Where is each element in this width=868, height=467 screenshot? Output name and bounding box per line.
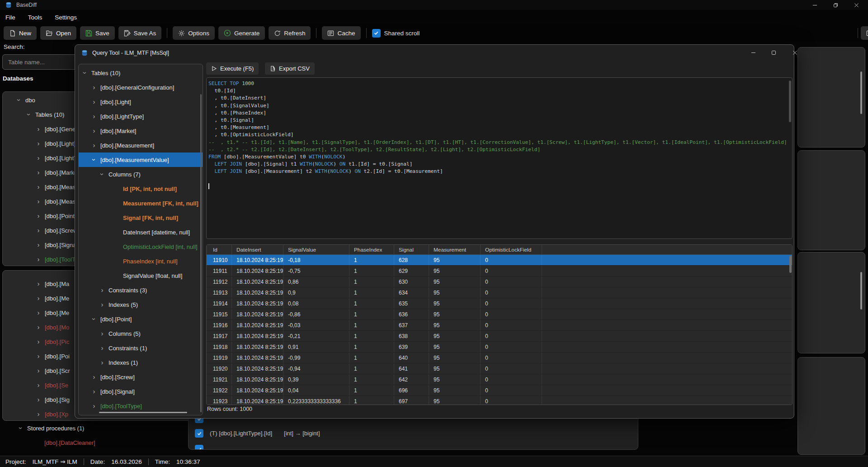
chevron-right-icon[interactable]: ›	[35, 212, 42, 219]
grid-row-11913[interactable]: 1191318.10.2024 8:25:190,91634950	[207, 287, 792, 298]
grid-column-header-id[interactable]: Id	[207, 245, 232, 254]
tree-vertical-scrollbar[interactable]	[200, 94, 202, 412]
grid-column-header-signalvalue[interactable]: SignalValue	[283, 245, 349, 254]
open-button[interactable]: Open	[40, 26, 76, 40]
save-button[interactable]: Save	[80, 26, 115, 40]
schema-node-signal-fk-int-null[interactable]: Signal [FK, int, null]	[79, 210, 203, 225]
chevron-right-icon[interactable]: ›	[35, 338, 42, 345]
schema-node-indexes-1[interactable]: ›Indexes (1)	[79, 355, 203, 370]
schema-node-phaseindex-int-null[interactable]: PhaseIndex [int, null]	[79, 254, 203, 268]
tree-horizontal-scrollbar[interactable]	[99, 412, 187, 413]
chevron-right-icon[interactable]: ›	[99, 301, 106, 308]
schema-node-optimisticlockfield-int-null[interactable]: OptimisticLockField [int, null]	[79, 239, 203, 254]
grid-row-11919[interactable]: 1191918.10.2024 8:25:19-0,991640950	[207, 353, 792, 363]
chevron-right-icon[interactable]: ›	[35, 353, 42, 360]
schema-node-indexes-5[interactable]: ›Indexes (5)	[79, 297, 203, 312]
schema-node-tables-10[interactable]: ›Tables (10)	[79, 66, 203, 80]
sql-editor[interactable]: SELECT TOP 1000 t0.[Id] , t0.[DateInsert…	[206, 77, 793, 239]
schema-node-dbo-screw[interactable]: ›[dbo].[Screw]	[79, 370, 203, 384]
chevron-right-icon[interactable]: ›	[35, 125, 42, 133]
chevron-right-icon[interactable]: ›	[35, 198, 42, 205]
chevron-right-icon[interactable]: ›	[35, 140, 42, 147]
chevron-right-icon[interactable]: ›	[35, 295, 42, 302]
save-as-button[interactable]: Save As	[118, 26, 162, 40]
chevron-right-icon[interactable]: ›	[90, 84, 98, 91]
schema-node-columns-5[interactable]: ›Columns (5)	[79, 326, 203, 341]
query-close-button[interactable]	[786, 47, 804, 58]
chevron-right-icon[interactable]: ›	[35, 381, 42, 389]
chevron-right-icon[interactable]: ›	[35, 280, 42, 287]
type-change-checkbox[interactable]	[195, 429, 203, 438]
chevron-right-icon[interactable]: ›	[35, 324, 42, 331]
chevron-right-icon[interactable]: ›	[35, 396, 42, 403]
chevron-right-icon[interactable]: ›	[35, 227, 42, 234]
menu-settings[interactable]: Settings	[48, 14, 83, 21]
schema-node-dbo-lighttype[interactable]: ›[dbo].[LightType]	[79, 109, 203, 124]
schema-node-columns-7[interactable]: ›Columns (7)	[79, 167, 203, 181]
grid-column-header-phaseindex[interactable]: PhaseIndex	[349, 245, 394, 254]
grid-row-11911[interactable]: 1191118.10.2024 8:25:19-0,751629950	[207, 266, 792, 276]
schema-node-constraints-3[interactable]: ›Constraints (3)	[79, 283, 203, 297]
chevron-right-icon[interactable]: ›	[90, 373, 98, 381]
generate-button[interactable]: Generate	[218, 26, 265, 40]
schema-node-dbo-measurement[interactable]: ›[dbo].[Measurement]	[79, 138, 203, 152]
schema-node-dateinsert-datetime-null[interactable]: DateInsert [datetime, null]	[79, 225, 203, 239]
schema-node-dbo-light[interactable]: ›[dbo].[Light]	[79, 95, 203, 109]
chevron-right-icon[interactable]: ›	[35, 309, 42, 316]
new-button[interactable]: New	[4, 26, 37, 40]
export-csv-button[interactable]: Export CSV	[265, 62, 315, 75]
grid-row-11923[interactable]: 1192318.10.2024 8:25:190,223333333333333…	[207, 396, 792, 405]
schema-node-dbo-market[interactable]: ›[dbo].[Market]	[79, 124, 203, 138]
chevron-down-icon[interactable]: ›	[17, 424, 24, 432]
chevron-right-icon[interactable]: ›	[90, 98, 98, 105]
grid-row-11920[interactable]: 1192018.10.2024 8:25:19-0,941641950	[207, 363, 792, 374]
grid-row-11921[interactable]: 1192118.10.2024 8:25:190,391642950	[207, 374, 792, 385]
chevron-right-icon[interactable]: ›	[99, 359, 106, 366]
chevron-right-icon[interactable]: ›	[90, 388, 98, 395]
schema-node-dbo-generalconfiguration[interactable]: ›[dbo].[GeneralConfiguration]	[79, 80, 203, 95]
grid-column-header-signal[interactable]: Signal	[394, 245, 429, 254]
chevron-down-icon[interactable]: ›	[15, 96, 23, 104]
schema-node-dbo-tooltype[interactable]: ›[dbo].[ToolType]	[79, 399, 203, 413]
chevron-right-icon[interactable]: ›	[35, 410, 42, 418]
type-change-checkbox[interactable]	[195, 445, 203, 450]
chevron-down-icon[interactable]: ›	[90, 315, 98, 323]
chevron-right-icon[interactable]: ›	[90, 402, 98, 410]
right-panel-scrollbar[interactable]	[860, 71, 862, 114]
clipped-toolbar-button[interactable]	[861, 26, 868, 40]
grid-column-header-optimisticlockfield[interactable]: OptimisticLockField	[481, 245, 542, 254]
schema-node-signalvalue-float-null[interactable]: SignalValue [float, null]	[79, 268, 203, 283]
grid-row-11922[interactable]: 1192218.10.2024 8:25:190,041696950	[207, 385, 792, 396]
grid-row-11915[interactable]: 1191518.10.2024 8:25:19-0,861636950	[207, 309, 792, 320]
main-close-button[interactable]	[847, 0, 865, 10]
grid-row-11912[interactable]: 1191218.10.2024 8:25:190,861630950	[207, 276, 792, 287]
shared-scroll-checkbox[interactable]	[372, 29, 381, 38]
chevron-down-icon[interactable]: ›	[99, 171, 106, 178]
schema-node-dbo-measurementvalue[interactable]: ›[dbo].[MeasurementValue]	[79, 152, 203, 167]
grid-scrollbar[interactable]	[789, 256, 792, 273]
cache-button[interactable]: Cache	[322, 26, 360, 40]
query-minimize-button[interactable]	[744, 47, 762, 58]
menu-tools[interactable]: Tools	[22, 14, 49, 21]
chevron-right-icon[interactable]: ›	[99, 344, 106, 352]
chevron-right-icon[interactable]: ›	[35, 367, 42, 374]
schema-node-dbo-signal[interactable]: ›[dbo].[Signal]	[79, 384, 203, 399]
main-minimize-button[interactable]	[806, 0, 824, 10]
grid-column-header-dateinsert[interactable]: DateInsert	[232, 245, 283, 254]
chevron-right-icon[interactable]: ›	[90, 127, 98, 134]
query-maximize-button[interactable]	[764, 47, 783, 58]
chevron-right-icon[interactable]: ›	[35, 256, 42, 263]
grid-row-11914[interactable]: 1191418.10.2024 8:25:190,081635950	[207, 298, 792, 309]
grid-row-11918[interactable]: 1191818.10.2024 8:25:190,911639950	[207, 342, 792, 353]
chevron-right-icon[interactable]: ›	[35, 241, 42, 248]
chevron-right-icon[interactable]: ›	[90, 142, 98, 149]
chevron-down-icon[interactable]: ›	[90, 156, 98, 163]
grid-row-11916[interactable]: 1191618.10.2024 8:25:19-0,031637950	[207, 320, 792, 331]
schema-node-measurement-fk-int-null[interactable]: Measurement [FK, int, null]	[79, 196, 203, 210]
chevron-right-icon[interactable]: ›	[99, 330, 106, 337]
chevron-down-icon[interactable]: ›	[81, 69, 89, 76]
grid-row-11917[interactable]: 1191718.10.2024 8:25:19-0,211638950	[207, 331, 792, 342]
grid-column-header-measurement[interactable]: Measurement	[429, 245, 481, 254]
schema-node-dbo-point[interactable]: ›[dbo].[Point]	[79, 312, 203, 326]
schema-node-id-pk-int-not-null[interactable]: Id [PK, int, not null]	[79, 181, 203, 196]
